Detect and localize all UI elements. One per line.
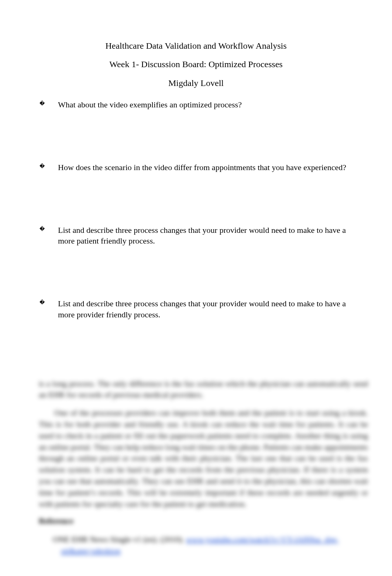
- bullet-text-line: List and describe three process changes …: [58, 298, 353, 320]
- bullet-text: List and describe three process changes …: [58, 298, 353, 320]
- course-title: Healthcare Data Validation and Workflow …: [39, 40, 353, 52]
- bullet-marker-icon: �: [39, 99, 58, 108]
- assignment-title: Week 1- Discussion Board: Optimized Proc…: [39, 58, 353, 70]
- blurred-reference-text: ONE EHR News Single v1 (en). (2010).: [53, 535, 184, 544]
- title-block: Healthcare Data Validation and Workflow …: [39, 40, 353, 89]
- blurred-preview: is a long process. The only difference i…: [39, 378, 368, 565]
- bullet-marker-icon: �: [39, 298, 58, 307]
- bullet-text: What about the video exemplifies an opti…: [58, 99, 353, 110]
- bullet-marker-icon: �: [39, 225, 58, 234]
- bullet-marker-icon: �: [39, 162, 58, 171]
- bullet-item: � List and describe three process change…: [39, 298, 353, 320]
- bullet-text: List and describe three process changes …: [58, 225, 353, 246]
- blurred-reference-heading: Reference: [39, 516, 368, 526]
- bullet-text: How does the scenario in the video diffe…: [58, 162, 353, 173]
- bullet-item: � What about the video exemplifies an op…: [39, 99, 353, 110]
- blurred-paragraph: is a long process. The only difference i…: [39, 378, 368, 401]
- author-name: Migdaly Lovell: [39, 77, 353, 89]
- document-page: Healthcare Data Validation and Workflow …: [0, 0, 392, 576]
- bullet-item: � How does the scenario in the video dif…: [39, 162, 353, 173]
- blurred-reference-link: www.youtube.com/watch?v=VY-lAf69sa_sbg-o…: [61, 535, 338, 555]
- bullet-text-line: List and describe three process changes …: [58, 225, 353, 246]
- blurred-reference-item: ONE EHR News Single v1 (en). (2010). www…: [61, 534, 368, 557]
- bullet-item: � List and describe three process change…: [39, 225, 353, 246]
- blurred-paragraph: One of the processes providers can impro…: [39, 407, 368, 510]
